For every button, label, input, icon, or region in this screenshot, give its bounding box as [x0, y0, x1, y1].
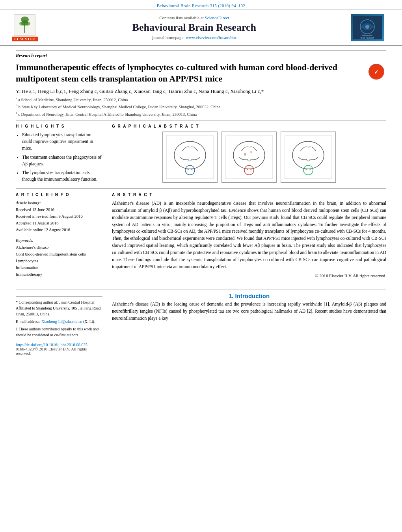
footnote-corresponding: * Corresponding author at: Jinan Central…	[16, 299, 102, 317]
available-date: Available online 12 August 2016	[16, 227, 102, 234]
divider-1	[16, 120, 386, 121]
article-title: Immunotherapeutic effects of lymphocytes…	[16, 62, 347, 84]
abstract-text: Alzheimer's disease (AD) is an inexorabl…	[112, 200, 386, 270]
keyword-5: Immunotherapy	[16, 271, 102, 278]
svg-point-8	[365, 25, 369, 29]
abstract-figure-3	[281, 132, 336, 183]
doi-link[interactable]: http://dx.doi.org/10.1016/j.bbr.2016.08.…	[16, 343, 102, 347]
svg-point-19	[244, 153, 246, 156]
article-title-row: Immunotherapeutic effects of lymphocytes…	[16, 62, 386, 84]
article-info-heading: A R T I C L E I N F O	[16, 192, 102, 198]
journal-title: Behavioural Brain Research	[46, 22, 343, 33]
intro-footnotes-col: * Corresponding author at: Jinan Central…	[16, 293, 102, 356]
article-info-abstract-row: A R T I C L E I N F O Article history: R…	[16, 192, 386, 282]
journal-center: Contents lists available at ScienceDirec…	[38, 15, 351, 40]
footnote-email: E-mail address: Xiaohong-Li@sdu.edu.cn (…	[16, 319, 102, 324]
intro-paragraph: Alzheimer's disease (AD) is the leading …	[112, 301, 386, 322]
bbr-logo: Behavioural Brain Research	[351, 14, 384, 41]
keywords-section: Keywords: Alzheimer's disease Cord blood…	[16, 237, 102, 278]
journal-top-bar: Behavioural Brain Research 315 (2016) 94…	[0, 0, 402, 10]
doi-section: http://dx.doi.org/10.1016/j.bbr.2016.08.…	[16, 343, 102, 356]
rights-text: 0166-4328/© 2016 Elsevier B.V. All right…	[16, 347, 102, 356]
keyword-2: Cord blood-derived multipotent stem cell…	[16, 251, 102, 258]
intro-two-col: * Corresponding author at: Jinan Central…	[16, 293, 386, 356]
crossmark-icon: ✓	[368, 64, 386, 82]
revised-date: Received in revised form 9 August 2016	[16, 213, 102, 220]
accepted-date: Accepted 11 August 2016	[16, 220, 102, 227]
divider-2	[16, 188, 386, 189]
highlights-list: Educated lymphocytes transplantation cou…	[16, 132, 102, 183]
elsevier-tree-icon	[14, 14, 35, 36]
affiliation-b: b b State Key Laboratory of Medical Neur…	[16, 103, 386, 110]
page: Behavioural Brain Research 315 (2016) 94…	[0, 0, 402, 360]
contents-line: Contents lists available at ScienceDirec…	[46, 15, 343, 20]
keyword-4: Inflammation	[16, 265, 102, 271]
abstract-column: A B S T R A C T Alzheimer's disease (AD)…	[112, 192, 386, 282]
email-link[interactable]: Xiaohong-Li@sdu.edu.cn	[41, 319, 82, 324]
copyright-text: © 2016 Elsevier B.V. All rights reserved…	[112, 272, 386, 279]
keyword-3: Lymphocytes	[16, 258, 102, 265]
affiliation-c: c c Department of Neurology, Jinan Centr…	[16, 111, 386, 117]
svg-point-20	[250, 151, 252, 153]
affiliation-a: a a School of Medicine, Shandong Univers…	[16, 96, 386, 103]
keywords-label: Keywords:	[16, 237, 102, 244]
introduction-content: 1. Introduction Alzheimer's disease (AD)…	[112, 293, 386, 356]
introduction-section: * Corresponding author at: Jinan Central…	[16, 289, 386, 356]
highlight-item-1: Educated lymphocytes transplantation cou…	[22, 132, 102, 152]
svg-text:✓: ✓	[374, 69, 379, 75]
article-history-label: Article history:	[16, 200, 102, 206]
journal-header: ELSEVIER Contents lists available at Sci…	[0, 10, 402, 46]
homepage-link[interactable]: www.elsevier.com/locate/bbr	[186, 35, 236, 40]
keyword-1: Alzheimer's disease	[16, 245, 102, 251]
svg-point-5	[21, 20, 28, 26]
sciencedirect-link[interactable]: ScienceDirect	[205, 15, 229, 20]
highlights-graphical-row: H I G H L I G H T S Educated lymphocytes…	[16, 124, 386, 185]
crossmark-circle: ✓	[368, 64, 384, 80]
graphical-abstract-heading: G R A P H I C A L A B S T R A C T	[112, 124, 386, 128]
journal-homepage: journal homepage: www.elsevier.com/locat…	[46, 35, 343, 40]
intro-heading: 1. Introduction	[112, 293, 386, 299]
graphical-abstract-figures	[112, 132, 386, 183]
authors-line: Yi He a,1, Heng Li b,c,1, Feng Zhang c, …	[16, 88, 386, 95]
svg-rect-16	[225, 135, 273, 179]
footnote-coauthor: 1 These authors contributed equally to t…	[16, 326, 102, 338]
article-body: Research report Immunotherapeutic effect…	[0, 46, 402, 360]
highlights-heading: H I G H L I G H T S	[16, 124, 102, 128]
highlight-item-2: The treatment enhances the phagocytosis …	[22, 154, 102, 168]
received-date: Received 13 June 2016	[16, 207, 102, 213]
abstract-figure-2	[221, 132, 277, 183]
journal-ref: Behavioural Brain Research 315 (2016) 94…	[157, 3, 245, 8]
svg-rect-21	[285, 135, 332, 179]
journal-logo-right: Behavioural Brain Research	[351, 14, 390, 41]
article-dates: Received 13 June 2016 Received in revise…	[16, 207, 102, 233]
svg-text:Brain Research: Brain Research	[361, 37, 374, 39]
highlights-column: H I G H L I G H T S Educated lymphocytes…	[16, 124, 102, 185]
abstract-figure-1	[162, 132, 218, 183]
abstract-heading: A B S T R A C T	[112, 192, 386, 198]
affiliations: a a School of Medicine, Shandong Univers…	[16, 96, 386, 117]
divider-3	[16, 285, 386, 285]
article-type: Research report	[16, 50, 386, 59]
elsevier-logo: ELSEVIER	[12, 14, 38, 41]
highlight-item-3: The lymphocytes transplantation acts thr…	[22, 169, 102, 183]
article-info-column: A R T I C L E I N F O Article history: R…	[16, 192, 102, 282]
elsevier-label: ELSEVIER	[12, 37, 38, 41]
svg-rect-13	[166, 135, 214, 179]
graphical-abstract-column: G R A P H I C A L A B S T R A C T	[112, 124, 386, 185]
intro-footnotes: * Corresponding author at: Jinan Central…	[16, 297, 102, 338]
